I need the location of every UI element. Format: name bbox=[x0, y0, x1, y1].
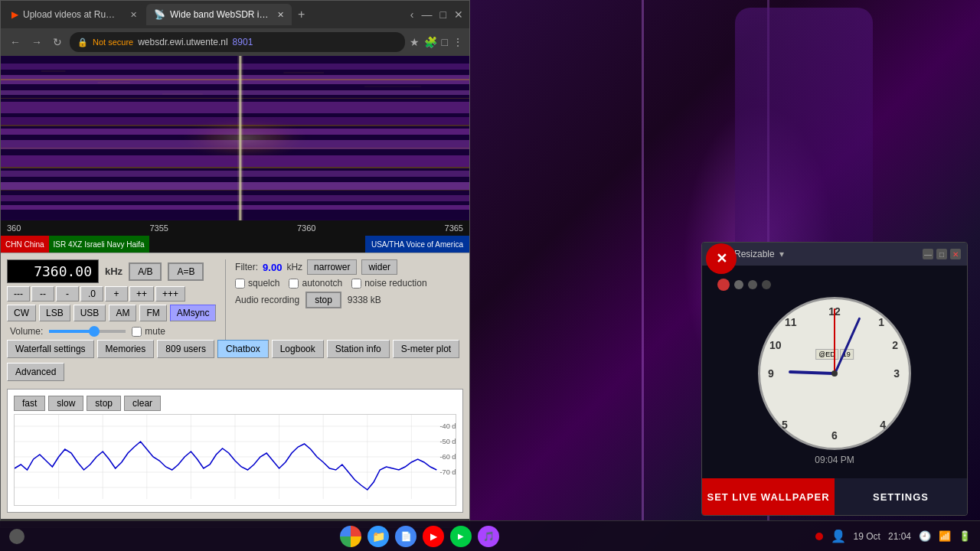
advanced-button[interactable]: Advanced bbox=[7, 363, 64, 381]
step-minus[interactable]: - bbox=[56, 286, 79, 302]
clock-num-9: 9 bbox=[768, 367, 774, 380]
tab-close-websdr[interactable]: ✕ bbox=[277, 10, 284, 20]
nav-back[interactable]: ← bbox=[7, 34, 24, 50]
taskbar-youtube-icon[interactable]: ▶ bbox=[423, 526, 444, 547]
settings-button[interactable]: SETTINGS bbox=[835, 478, 967, 515]
plot-controls: fast slow stop clear bbox=[14, 396, 456, 411]
websdr-content: 360 7355 7360 7365 CHN China ISR 4XZ Isr… bbox=[1, 56, 469, 519]
window-maximize[interactable]: □ bbox=[437, 8, 449, 21]
tab-station-info[interactable]: Station info bbox=[327, 340, 390, 358]
taskbar-play-icon[interactable]: ▶ bbox=[450, 526, 472, 547]
user-avatar[interactable]: 👤 bbox=[831, 529, 846, 543]
clock-maximize[interactable]: □ bbox=[936, 249, 947, 259]
taskbar-docs-icon[interactable]: 📄 bbox=[395, 526, 416, 547]
waterfall-display bbox=[1, 56, 469, 220]
window-minimize[interactable]: — bbox=[419, 8, 436, 21]
taskbar-music-icon[interactable]: 🎵 bbox=[478, 526, 499, 547]
mode-am[interactable]: AM bbox=[109, 305, 136, 321]
window-close[interactable]: ✕ bbox=[451, 8, 466, 21]
noise-reduction-checkbox[interactable] bbox=[351, 279, 361, 289]
new-tab-button[interactable]: + bbox=[293, 8, 309, 21]
nav-icons: ★ 🧩 □ ⋮ bbox=[410, 36, 463, 48]
tab-close-rumble[interactable]: ✕ bbox=[130, 10, 137, 20]
filter-narrower[interactable]: narrower bbox=[307, 259, 357, 275]
step-double-plus[interactable]: ++ bbox=[129, 286, 154, 302]
record-indicator bbox=[815, 533, 823, 540]
filter-unit: kHz bbox=[286, 262, 302, 272]
tab-memories[interactable]: Memories bbox=[97, 340, 155, 358]
tab-logbook[interactable]: Logbook bbox=[272, 340, 324, 358]
clock-close[interactable]: ✕ bbox=[950, 249, 961, 259]
khz-label: kHz bbox=[105, 266, 122, 277]
dropdown-icon[interactable]: ▾ bbox=[779, 249, 784, 259]
band-isr-navy: ISR 4XZ Israeli Navy Haifa bbox=[49, 236, 149, 253]
options-row: squelch autonotch noise reduction bbox=[232, 278, 463, 289]
window-line-1 bbox=[642, 0, 644, 520]
tab-smeter-plot[interactable]: S-meter plot bbox=[393, 340, 459, 358]
nav-forward[interactable]: → bbox=[28, 34, 45, 50]
tab-waterfall-settings[interactable]: Waterfall settings bbox=[7, 340, 94, 358]
volume-label: Volume: bbox=[10, 326, 43, 337]
taskbar: 📁 📄 ▶ ▶ 🎵 👤 19 Oct 21:04 🕘 📶 🔋 bbox=[0, 520, 980, 551]
controls-2col: kHz A/B A=B --- -- - .0 + ++ +++ bbox=[7, 259, 463, 340]
svg-rect-20 bbox=[1, 190, 469, 191]
autonotch-option[interactable]: autonotch bbox=[289, 278, 342, 289]
mute-label[interactable]: mute bbox=[132, 326, 165, 337]
clock-dot-2 bbox=[748, 280, 757, 289]
svg-rect-10 bbox=[1, 155, 469, 167]
tab-websdr[interactable]: 📡 Wide band WebSDR in Ens... ✕ bbox=[146, 4, 292, 25]
set-wallpaper-button[interactable]: SET LIVE WALLPAPER bbox=[702, 478, 835, 515]
tab-scroll-left[interactable]: ‹ bbox=[407, 8, 417, 21]
tab-rumble[interactable]: ▶ Upload videos at Rumble ✕ bbox=[4, 4, 145, 25]
taskbar-chrome-icon[interactable] bbox=[340, 526, 361, 547]
mode-amsync[interactable]: AMsync bbox=[170, 305, 217, 321]
ab-button[interactable]: A/B bbox=[129, 262, 162, 281]
volume-slider[interactable] bbox=[49, 330, 126, 333]
filter-wider[interactable]: wider bbox=[361, 259, 397, 275]
tab-users[interactable]: 809 users bbox=[157, 340, 214, 358]
clock-num-6: 6 bbox=[831, 429, 838, 442]
bookmark-icon[interactable]: ★ bbox=[410, 36, 420, 48]
plot-fast[interactable]: fast bbox=[14, 396, 45, 411]
security-label: Not secure bbox=[93, 37, 133, 47]
noise-reduction-option[interactable]: noise reduction bbox=[351, 278, 426, 289]
frequency-input[interactable] bbox=[7, 259, 99, 283]
step-triple-minus[interactable]: --- bbox=[7, 286, 30, 302]
plot-slow[interactable]: slow bbox=[48, 396, 83, 411]
mode-lsb[interactable]: LSB bbox=[39, 305, 70, 321]
svg-rect-5 bbox=[1, 90, 469, 95]
time-label: 21:04 bbox=[888, 531, 911, 542]
autonotch-checkbox[interactable] bbox=[289, 279, 299, 289]
taskbar-files-icon[interactable]: 📁 bbox=[368, 526, 389, 547]
menu-icon[interactable]: ⋮ bbox=[452, 36, 463, 48]
extensions-icon[interactable]: 🧩 bbox=[424, 36, 437, 48]
clock-minimize[interactable]: — bbox=[923, 249, 933, 259]
freq-label-3: 7360 bbox=[297, 223, 315, 233]
tab-chatbox[interactable]: Chatbox bbox=[217, 340, 269, 358]
svg-rect-11 bbox=[1, 171, 469, 177]
squelch-option[interactable]: squelch bbox=[235, 278, 279, 289]
plot-clear[interactable]: clear bbox=[124, 396, 161, 411]
profile-icon[interactable]: □ bbox=[442, 36, 448, 48]
mode-cw[interactable]: CW bbox=[7, 305, 36, 321]
step-double-minus[interactable]: -- bbox=[31, 286, 54, 302]
step-plus[interactable]: + bbox=[105, 286, 128, 302]
mute-checkbox[interactable] bbox=[132, 327, 142, 337]
red-x-button[interactable]: ✕ bbox=[706, 243, 737, 274]
svg-rect-12 bbox=[1, 182, 469, 190]
clock-dot-1 bbox=[734, 280, 743, 289]
step-triple-plus[interactable]: +++ bbox=[155, 286, 185, 302]
ab-eq-button[interactable]: A=B bbox=[168, 262, 204, 281]
nav-refresh[interactable]: ↻ bbox=[50, 34, 65, 50]
plot-stop[interactable]: stop bbox=[87, 396, 121, 411]
mode-usb[interactable]: USB bbox=[74, 305, 106, 321]
recording-stop-button[interactable]: stop bbox=[305, 292, 341, 308]
mode-fm[interactable]: FM bbox=[139, 305, 166, 321]
recording-label: Audio recording bbox=[235, 295, 299, 305]
address-bar[interactable]: 🔒 Not secure websdr.ewi.utwente.nl 8901 bbox=[70, 32, 405, 52]
step-decimal[interactable]: .0 bbox=[80, 286, 103, 302]
squelch-checkbox[interactable] bbox=[235, 279, 245, 289]
date-label: 19 Oct bbox=[854, 531, 880, 542]
filter-label: Filter: bbox=[235, 262, 258, 272]
clock-window-controls: — □ ✕ bbox=[923, 249, 961, 259]
